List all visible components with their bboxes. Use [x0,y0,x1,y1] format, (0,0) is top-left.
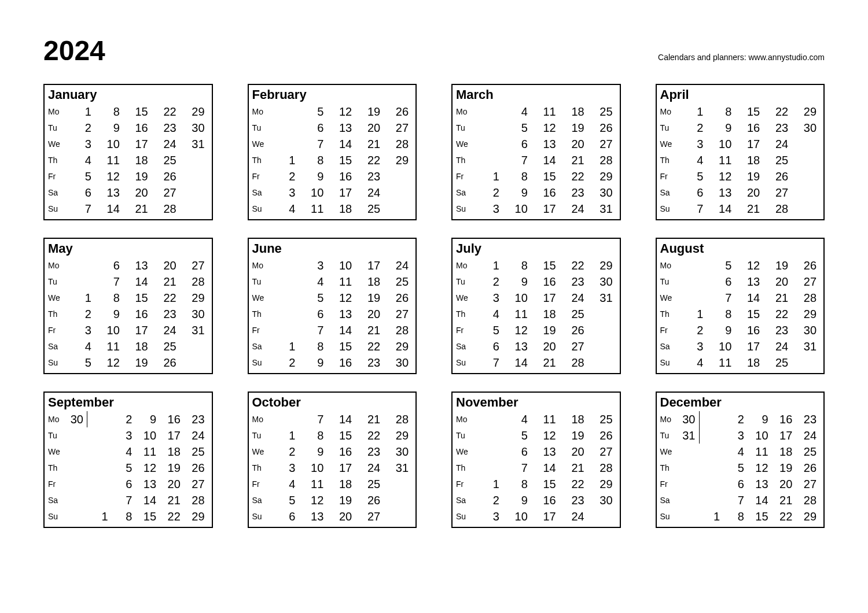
day-cell: 2 [271,354,299,371]
day-label: Th [48,460,62,476]
day-cell: 14 [123,274,152,290]
day-cell: 16 [531,184,560,201]
day-cell: 17 [531,290,560,306]
day-cell: 8 [707,306,735,322]
day-cell: 29 [792,306,820,322]
week: 262728293031 [792,257,820,371]
day-cell: 17 [772,427,796,444]
day-label: Sa [48,492,62,508]
day-cell: 3 [475,508,503,525]
day-cell: 11 [503,306,531,322]
day-cell: 3 [67,322,95,338]
day-cell: 20 [763,274,792,290]
week: 24252627282930 [384,257,412,371]
day-cell: 27 [560,338,588,354]
day-cell: 25 [588,104,616,120]
weeks: 1234567891011121314151617181920212223242… [271,411,413,525]
day-labels: MoTuWeThFrSaSu [660,411,674,525]
day-label: Sa [660,338,674,354]
week: 12345 [67,257,95,371]
day-cell: 22 [560,476,588,492]
day-cell: 12 [735,257,763,274]
day-cell: 13 [531,444,560,460]
day-cell: 14 [531,152,560,168]
week: 22232425262728 [560,257,588,371]
day-label: Tu [660,120,674,136]
day-cell: 10 [503,290,531,306]
day-cell: 11 [299,201,327,217]
week: 26272829 [384,104,412,217]
day-cell [792,136,820,152]
day-labels: MoTuWeThFrSaSu [660,257,674,371]
day-cell [700,444,724,460]
day-cell: 26 [355,492,384,508]
day-cell: 20 [327,508,355,525]
day-cell: 30 [67,411,87,427]
month-body: MoTuWeThFrSaSu12345678910111213141516171… [657,104,824,219]
day-cell: 22 [560,257,588,274]
day-label: Mo [660,257,674,274]
day-cell: 17 [160,427,184,444]
day-cell: 21 [355,322,384,338]
day-cell: 9 [748,411,772,427]
day-cell [384,508,412,525]
day-cell: 31 [588,290,616,306]
day-cell: 1 [475,257,503,274]
day-label: Sa [660,184,674,201]
day-label: Sa [252,492,266,508]
day-cell [384,492,412,508]
day-label: Tu [456,427,470,444]
month-name: December [657,393,824,411]
day-cell: 10 [299,184,327,201]
day-cell: 17 [123,136,152,152]
day-cell: 10 [503,508,531,525]
day-cell: 24 [763,338,792,354]
day-label: Fr [456,168,470,184]
day-cell [87,476,112,492]
day-cell: 20 [160,476,184,492]
day-label: Sa [48,338,62,354]
day-cell: 7 [299,322,327,338]
month-name: April [657,85,824,104]
month-name: November [453,393,620,411]
day-cell: 2 [271,444,299,460]
day-cell: 8 [707,104,735,120]
day-cell: 4 [299,274,327,290]
day-label: We [252,136,266,152]
week: 12131415161718 [735,257,763,371]
day-cell: 3 [475,290,503,306]
day-cell [180,168,208,184]
day-cell: 15 [327,427,355,444]
day-cell: 30 [588,274,616,290]
weeks: 1234567891011121314151617181920212223242… [475,104,616,217]
day-cell [67,508,87,525]
day-cell: 11 [299,476,327,492]
day-cell: 27 [796,476,820,492]
day-cell: 16 [531,492,560,508]
day-cell: 4 [503,104,531,120]
day-cell: 15 [327,338,355,354]
day-cell: 6 [299,306,327,322]
day-cell: 26 [796,460,820,476]
day-label: We [252,444,266,460]
month-june: JuneMoTuWeThFrSaSu1234567891011121314151… [248,238,417,374]
day-label: Th [456,152,470,168]
day-cell: 14 [735,290,763,306]
day-cell: 18 [327,201,355,217]
day-cell: 28 [763,201,792,217]
day-label: Mo [48,104,62,120]
day-cell: 26 [588,120,616,136]
day-cell: 28 [184,492,208,508]
day-labels: MoTuWeThFrSaSu [456,257,470,371]
day-label: Th [660,306,674,322]
day-label: Fr [660,476,674,492]
week: 1 [87,411,112,525]
day-cell: 24 [560,201,588,217]
day-cell: 19 [735,168,763,184]
day-cell: 15 [735,306,763,322]
week: 567891011 [707,257,735,371]
week: 22232425262728 [763,104,792,217]
day-label: Mo [456,104,470,120]
week: 45678910 [503,104,531,217]
day-cell [679,257,707,274]
